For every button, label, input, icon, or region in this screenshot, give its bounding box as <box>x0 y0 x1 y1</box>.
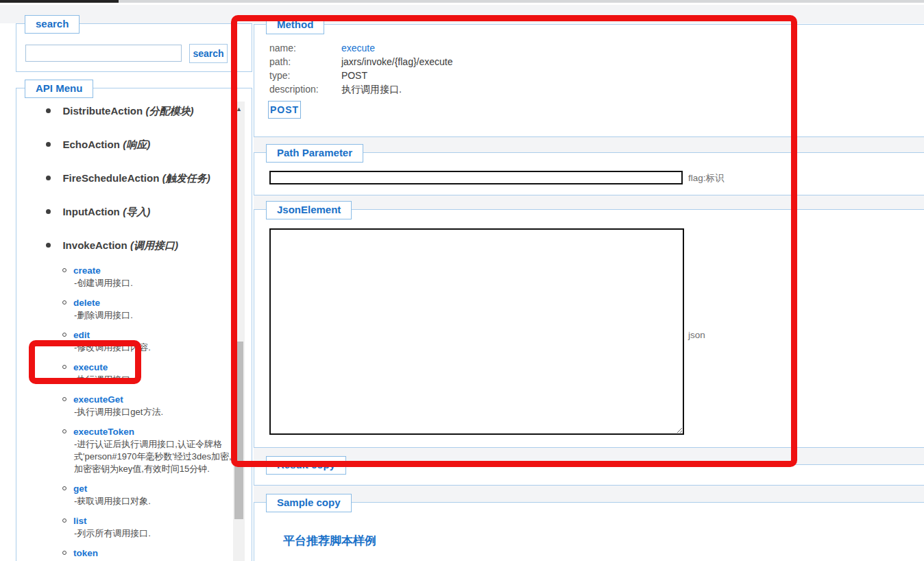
api-menu-list: DistributeAction (分配模块) EchoAction (响应) … <box>46 105 246 561</box>
method-link-delete[interactable]: delete <box>73 298 100 308</box>
row-value: 执行调用接口. <box>341 84 402 95</box>
action-annotation: (调用接口) <box>130 239 178 251</box>
scroll-up-arrow-icon[interactable]: ▲ <box>233 104 245 114</box>
bullet-icon <box>46 108 51 113</box>
method-fieldset: Method name: execute path: jaxrs/invoke/… <box>254 24 924 137</box>
method-name-link[interactable]: execute <box>341 43 375 53</box>
circle-bullet-icon <box>62 551 66 555</box>
method-description: -进行认证后执行调用接口,认证令牌格式'person#1970年毫秒数'经过3d… <box>62 438 234 475</box>
action-name: InvokeAction <box>62 239 127 251</box>
method-link-execute-token[interactable]: executeToken <box>73 427 134 437</box>
sample-fieldset: Sample copy 平台推荐脚本样例 <box>254 502 924 561</box>
circle-bullet-icon <box>62 518 66 523</box>
circle-bullet-icon <box>62 333 66 337</box>
action-name: EchoAction <box>62 139 119 150</box>
sample-legend: Sample copy <box>266 494 352 512</box>
circle-bullet-icon <box>62 300 66 305</box>
method-row-name: name: execute <box>269 41 453 55</box>
method-item-execute-get: executeGet -执行调用接口get方法. <box>62 393 234 418</box>
method-description: -列示所有调用接口. <box>62 527 234 540</box>
search-button[interactable]: search <box>189 44 228 63</box>
method-legend: Method <box>266 16 324 34</box>
row-label: name: <box>269 41 339 55</box>
invoke-action-method-list: create -创建调用接口. delete -删除调用接口. edit -修改… <box>62 264 246 561</box>
json-body-textarea[interactable] <box>269 228 684 435</box>
method-row-type: type: POST <box>269 69 453 82</box>
circle-bullet-icon <box>62 486 66 490</box>
menu-item-invoke-action[interactable]: InvokeAction (调用接口) <box>46 239 246 253</box>
method-row-path: path: jaxrs/invoke/{flag}/execute <box>269 55 453 69</box>
action-name: InputAction <box>62 206 119 217</box>
method-description: -获取调用接口对象. <box>62 495 234 508</box>
method-link-list[interactable]: list <box>73 516 87 526</box>
bullet-icon <box>46 243 51 248</box>
window-top-edge <box>0 0 924 3</box>
action-name: DistributeAction <box>62 105 143 117</box>
post-button[interactable]: POST <box>268 101 301 119</box>
menu-scrollbar[interactable]: ▲ <box>233 102 245 561</box>
path-parameter-fieldset: Path Parameter flag:标识 <box>254 152 924 195</box>
section-gap <box>254 195 924 209</box>
method-item-edit: edit -修改调用接口内容. <box>62 329 234 354</box>
flag-parameter-label: flag:标识 <box>688 172 725 184</box>
flag-parameter-input[interactable] <box>269 171 683 184</box>
search-fieldset: search search <box>16 23 252 72</box>
circle-bullet-icon <box>62 268 66 272</box>
method-link-create[interactable]: create <box>73 265 101 276</box>
method-link-token[interactable]: token <box>73 548 98 558</box>
method-item-get: get -获取调用接口对象. <box>62 482 234 508</box>
bullet-icon <box>46 142 51 147</box>
action-annotation: (分配模块) <box>146 105 194 117</box>
window-top-edge-dark-segment <box>0 0 119 3</box>
method-item-execute-token: executeToken -进行认证后执行调用接口,认证令牌格式'person#… <box>62 425 234 475</box>
menu-item-fire-schedule-action[interactable]: FireScheduleAction (触发任务) <box>46 172 246 186</box>
method-item-token: token -以当前用户身份生成令牌. <box>62 547 234 561</box>
menu-item-input-action[interactable]: InputAction (导入) <box>46 206 246 219</box>
method-row-description: description: 执行调用接口. <box>269 82 453 96</box>
json-element-fieldset: JsonElement json <box>254 209 924 448</box>
row-value: POST <box>341 70 367 81</box>
row-label: description: <box>269 82 339 96</box>
scrollbar-thumb[interactable] <box>234 342 243 519</box>
method-detail-rows: name: execute path: jaxrs/invoke/{flag}/… <box>269 41 453 96</box>
section-gap <box>254 448 924 464</box>
api-menu-fieldset: API Menu DistributeAction (分配模块) EchoAct… <box>16 88 252 561</box>
action-annotation: (触发任务) <box>162 172 210 184</box>
method-item-execute: execute -执行调用接口. <box>62 361 234 386</box>
api-menu-legend: API Menu <box>25 80 93 98</box>
row-value: jaxrs/invoke/{flag}/execute <box>341 56 453 67</box>
menu-item-distribute-action[interactable]: DistributeAction (分配模块) <box>46 105 246 119</box>
json-field-label: json <box>688 330 705 340</box>
bullet-icon <box>46 176 51 180</box>
circle-bullet-icon <box>62 429 66 433</box>
json-element-legend: JsonElement <box>266 201 352 219</box>
search-legend: search <box>25 15 80 34</box>
method-link-edit[interactable]: edit <box>73 330 90 340</box>
result-fieldset: Result copy <box>254 464 924 486</box>
page-top-gray-band <box>0 5 924 23</box>
action-name: FireScheduleAction <box>62 172 159 184</box>
method-description: -删除调用接口. <box>62 309 234 322</box>
menu-item-invoke-action-group: InvokeAction (调用接口) create -创建调用接口. dele… <box>46 239 246 561</box>
menu-item-echo-action[interactable]: EchoAction (响应) <box>46 139 246 152</box>
method-description: -执行调用接口get方法. <box>62 406 234 418</box>
method-item-delete: delete -删除调用接口. <box>62 296 234 322</box>
action-annotation: (响应) <box>123 139 150 150</box>
path-parameter-legend: Path Parameter <box>266 144 363 163</box>
row-label: path: <box>269 55 339 69</box>
method-description: -创建调用接口. <box>62 277 234 289</box>
section-gap <box>254 486 924 502</box>
result-legend: Result copy <box>266 456 346 475</box>
action-annotation: (导入) <box>123 206 150 217</box>
method-item-list: list -列示所有调用接口. <box>62 514 234 540</box>
sample-script-heading: 平台推荐脚本样例 <box>283 533 376 549</box>
row-label: type: <box>269 69 339 82</box>
method-link-execute-get[interactable]: executeGet <box>73 394 123 405</box>
bullet-icon <box>46 209 51 214</box>
method-item-create: create -创建调用接口. <box>62 264 234 289</box>
method-link-get[interactable]: get <box>73 484 87 494</box>
method-description: -修改调用接口内容. <box>62 342 234 354</box>
method-link-execute[interactable]: execute <box>73 362 108 372</box>
circle-bullet-icon <box>62 365 66 369</box>
search-input[interactable] <box>25 45 182 62</box>
